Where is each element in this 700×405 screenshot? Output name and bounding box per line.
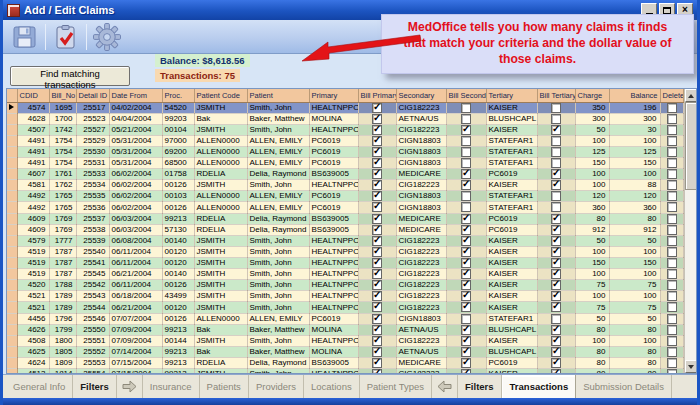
cell-delete[interactable] [660,202,683,213]
bill_secondary-checkbox[interactable] [461,147,471,157]
bill_secondary-checkbox[interactable] [461,314,471,324]
cell-bill_tertiary[interactable]: ✓ [537,302,575,313]
tab-providers[interactable]: Providers [249,375,304,398]
cell-bill_secondary[interactable] [446,102,486,113]
bill_tertiary-checkbox[interactable]: ✓ [551,169,561,179]
bill_primary-checkbox[interactable]: ✓ [372,302,382,312]
table-row[interactable]: 462418092555307/15/200499213RDELIADelia,… [7,358,683,369]
bill_secondary-checkbox[interactable] [461,191,471,201]
table-row[interactable]: 449217652553506/02/200400103ALLEN0000ALL… [7,191,683,202]
cell-bill_secondary[interactable]: ✓ [446,169,486,180]
bill_primary-checkbox[interactable]: ✓ [372,291,382,301]
tab-transactions[interactable]: Transactions [502,375,577,398]
bill_secondary-checkbox[interactable]: ✓ [461,291,471,301]
table-row[interactable]: 452017882554206/11/200400126JSMITHSmith,… [7,280,683,291]
bill_primary-checkbox[interactable]: ✓ [372,336,382,346]
cell-bill_primary[interactable]: ✓ [358,269,396,280]
bill_tertiary-checkbox[interactable]: ✓ [551,325,561,335]
cell-delete[interactable] [660,213,683,224]
cell-bill_primary[interactable]: ✓ [358,135,396,146]
cell-bill_primary[interactable]: ✓ [358,202,396,213]
row-selector[interactable] [7,246,17,257]
row-selector[interactable] [7,235,17,246]
bill_tertiary-checkbox[interactable] [551,158,561,168]
cell-bill_tertiary[interactable] [537,113,575,124]
table-row[interactable]: 460717612553306/02/200401758RDELIADelia,… [7,169,683,180]
delete-checkbox[interactable] [667,114,677,124]
cell-bill_primary[interactable]: ✓ [358,224,396,235]
row-selector[interactable] [7,302,17,313]
row-selector[interactable] [7,224,17,235]
row-selector[interactable] [7,313,17,324]
table-row[interactable]: 460917692553706/03/200499213RDELIADelia,… [7,213,683,224]
tab-insurance[interactable]: Insurance [143,375,200,398]
bill_tertiary-checkbox[interactable]: ✓ [551,247,561,257]
bill_primary-checkbox[interactable]: ✓ [372,202,382,212]
bill_secondary-checkbox[interactable]: ✓ [461,180,471,190]
cell-bill_tertiary[interactable] [537,102,575,113]
cell-bill_secondary[interactable]: ✓ [446,235,486,246]
cell-delete[interactable] [660,191,683,202]
scrollbar-thumb[interactable] [685,102,698,190]
cell-bill_secondary[interactable]: ✓ [446,335,486,346]
table-row[interactable]: 462518052555207/14/200499213BakBaker, Ma… [7,346,683,357]
cell-bill_tertiary[interactable]: ✓ [537,258,575,269]
delete-checkbox[interactable] [667,302,677,312]
cell-bill_primary[interactable]: ✓ [358,358,396,369]
cell-delete[interactable] [660,180,683,191]
cell-bill_primary[interactable]: ✓ [358,246,396,257]
bill_primary-checkbox[interactable]: ✓ [372,358,382,368]
cell-bill_secondary[interactable]: ✓ [446,180,486,191]
bill_tertiary-checkbox[interactable] [551,191,561,201]
cell-delete[interactable] [660,369,683,374]
table-row[interactable]: 451917872554006/11/200400120JSMITHSmith,… [7,246,683,257]
bill_secondary-checkbox[interactable]: ✓ [461,325,471,335]
cell-bill_secondary[interactable] [446,113,486,124]
cell-bill_primary[interactable]: ✓ [358,180,396,191]
delete-checkbox[interactable] [667,347,677,357]
cell-delete[interactable] [660,280,683,291]
cell-delete[interactable] [660,113,683,124]
row-selector[interactable] [7,102,17,113]
cell-bill_primary[interactable]: ✓ [358,324,396,335]
bill_secondary-checkbox[interactable]: ✓ [461,347,471,357]
cell-bill_primary[interactable]: ✓ [358,124,396,135]
table-row[interactable]: 460917692553806/03/200457130RDELIADelia,… [7,224,683,235]
table-row[interactable]: 449117542553005/31/200469200ALLEN0000ALL… [7,146,683,157]
cell-delete[interactable] [660,135,683,146]
cell-delete[interactable] [660,324,683,335]
bill_primary-checkbox[interactable]: ✓ [372,247,382,257]
bill_primary-checkbox[interactable]: ✓ [372,191,382,201]
bill_tertiary-checkbox[interactable] [551,114,561,124]
cell-delete[interactable] [660,158,683,169]
column-header-balance[interactable]: Balance [609,89,660,102]
bill_tertiary-checkbox[interactable]: ✓ [551,236,561,246]
bill_secondary-checkbox[interactable]: ✓ [461,269,471,279]
cell-delete[interactable] [660,346,683,357]
bill_tertiary-checkbox[interactable] [551,314,561,324]
cell-bill_secondary[interactable]: ✓ [446,346,486,357]
cell-bill_secondary[interactable]: ✓ [446,358,486,369]
cell-bill_secondary[interactable]: ✓ [446,124,486,135]
bill_tertiary-checkbox[interactable]: ✓ [551,214,561,224]
bill_tertiary-checkbox[interactable]: ✓ [551,269,561,279]
cell-bill_secondary[interactable]: ✓ [446,324,486,335]
tab-scroll-left-button[interactable] [432,375,458,398]
cell-bill_primary[interactable]: ✓ [358,346,396,357]
cell-bill_tertiary[interactable]: ✓ [537,180,575,191]
save-button[interactable] [7,22,43,52]
cell-bill_tertiary[interactable]: ✓ [537,124,575,135]
column-header-secondary[interactable]: Secondary [396,89,446,102]
cell-bill_tertiary[interactable]: ✓ [537,224,575,235]
bill_tertiary-checkbox[interactable]: ✓ [551,291,561,301]
bill_secondary-checkbox[interactable]: ✓ [461,358,471,368]
cell-bill_secondary[interactable]: ✓ [446,213,486,224]
cell-bill_tertiary[interactable] [537,135,575,146]
bill_secondary-checkbox[interactable]: ✓ [461,258,471,268]
cell-bill_primary[interactable]: ✓ [358,146,396,157]
tab-locations[interactable]: Locations [304,375,360,398]
cell-bill_primary[interactable]: ✓ [358,191,396,202]
scrollbar-down-button[interactable] [685,360,698,373]
cell-bill_secondary[interactable]: ✓ [446,246,486,257]
bill_secondary-checkbox[interactable] [461,158,471,168]
